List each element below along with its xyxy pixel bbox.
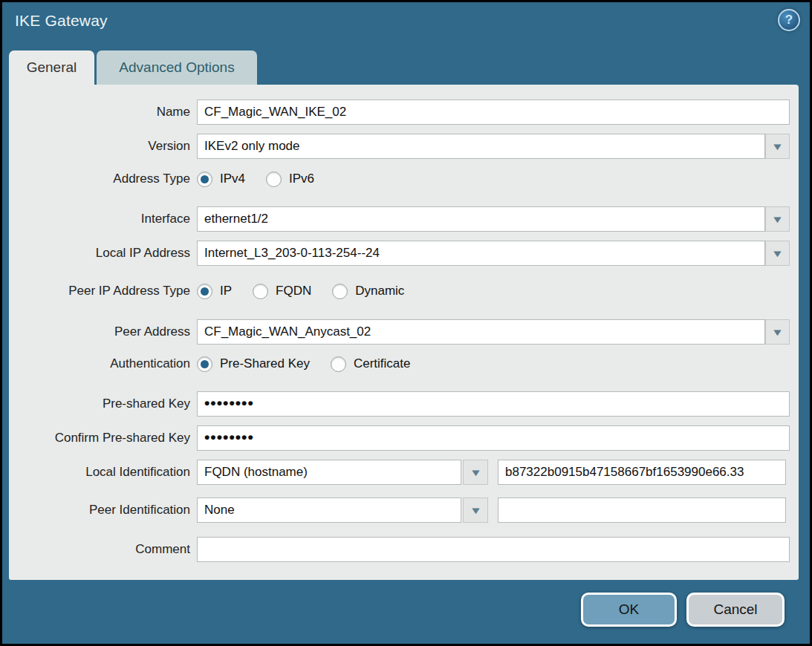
chevron-down-icon: ▼ xyxy=(771,248,784,259)
peer-dynamic-radio[interactable] xyxy=(332,284,348,299)
cancel-button[interactable]: Cancel xyxy=(686,593,785,627)
chevron-down-icon: ▼ xyxy=(771,141,784,152)
local-identification-label: Local Identification xyxy=(9,460,190,485)
ok-button-label: OK xyxy=(619,601,639,618)
peer-ip-radio[interactable] xyxy=(197,284,212,299)
peer-identification-label: Peer Identification xyxy=(9,497,190,523)
peer-identification-value-input[interactable] xyxy=(498,497,786,523)
general-tab-panel: Name CF_Magic_WAN_IKE_02 Version IKEv2 o… xyxy=(9,85,799,580)
local-ip-dropdown-button[interactable]: ▼ xyxy=(765,241,790,266)
name-label: Name xyxy=(9,99,190,125)
address-type-label: Address Type xyxy=(9,168,190,190)
cancel-button-label: Cancel xyxy=(713,601,757,618)
local-identification-dropdown-button[interactable]: ▼ xyxy=(463,460,488,485)
chevron-down-icon: ▼ xyxy=(771,214,784,225)
certificate-radio-label[interactable]: Certificate xyxy=(354,356,411,371)
ipv6-radio[interactable] xyxy=(266,172,282,187)
preshared-key-radio-label[interactable]: Pre-Shared Key xyxy=(220,356,310,371)
interface-select[interactable]: ethernet1/2 xyxy=(197,206,765,232)
local-ip-select[interactable]: Internet_L3_203-0-113-254--24 xyxy=(197,241,765,266)
comment-label: Comment xyxy=(9,537,190,562)
tab-advanced-options-label: Advanced Options xyxy=(119,59,234,76)
tab-advanced-options[interactable]: Advanced Options xyxy=(97,50,257,85)
peer-dynamic-radio-label[interactable]: Dynamic xyxy=(355,284,404,298)
version-dropdown-button[interactable]: ▼ xyxy=(765,134,790,159)
tab-general[interactable]: General xyxy=(9,50,94,85)
certificate-radio[interactable] xyxy=(331,356,346,372)
address-type-radio-group: IPv4 IPv6 xyxy=(197,168,335,190)
tab-general-label: General xyxy=(27,59,77,76)
name-input[interactable]: CF_Magic_WAN_IKE_02 xyxy=(197,99,790,125)
peer-identification-type-select[interactable]: None xyxy=(197,497,461,523)
local-ip-label: Local IP Address xyxy=(9,241,190,266)
preshared-key-radio[interactable] xyxy=(197,356,212,372)
authentication-radio-group: Pre-Shared Key Certificate xyxy=(197,353,431,375)
dialog-title: IKE Gateway xyxy=(15,12,108,30)
comment-input[interactable] xyxy=(197,537,790,562)
version-label: Version xyxy=(9,134,190,159)
interface-label: Interface xyxy=(9,206,190,232)
help-icon[interactable]: ? xyxy=(778,9,800,31)
peer-address-label: Peer Address xyxy=(9,319,190,345)
ike-gateway-dialog: IKE Gateway ? General Advanced Options N… xyxy=(2,2,810,644)
peer-fqdn-radio-label[interactable]: FQDN xyxy=(276,284,311,298)
chevron-down-icon: ▼ xyxy=(469,505,481,516)
ipv4-radio-label[interactable]: IPv4 xyxy=(220,172,245,186)
authentication-label: Authentication xyxy=(9,353,190,375)
chevron-down-icon: ▼ xyxy=(469,467,481,478)
local-identification-value-input[interactable]: b87322b0915b47158667bf1653990e66.33 xyxy=(498,460,786,485)
peer-address-select[interactable]: CF_Magic_WAN_Anycast_02 xyxy=(197,319,765,345)
chevron-down-icon: ▼ xyxy=(771,327,784,338)
interface-dropdown-button[interactable]: ▼ xyxy=(765,206,790,232)
preshared-key-label: Pre-shared Key xyxy=(9,391,190,417)
confirm-preshared-key-input[interactable]: •••••••• xyxy=(197,425,790,451)
peer-identification-dropdown-button[interactable]: ▼ xyxy=(463,497,488,523)
version-select[interactable]: IKEv2 only mode xyxy=(197,134,765,159)
preshared-key-input[interactable]: •••••••• xyxy=(197,391,790,417)
peer-fqdn-radio[interactable] xyxy=(253,284,268,299)
peer-ip-type-radio-group: IP FQDN Dynamic xyxy=(197,280,425,302)
peer-ip-radio-label[interactable]: IP xyxy=(220,284,232,298)
ipv4-radio[interactable] xyxy=(197,172,212,187)
confirm-preshared-key-label: Confirm Pre-shared Key xyxy=(9,425,190,451)
peer-ip-type-label: Peer IP Address Type xyxy=(9,280,190,302)
ok-button[interactable]: OK xyxy=(581,593,677,627)
peer-address-dropdown-button[interactable]: ▼ xyxy=(765,319,790,345)
ipv6-radio-label[interactable]: IPv6 xyxy=(289,172,314,186)
local-identification-type-select[interactable]: FQDN (hostname) xyxy=(197,460,461,485)
